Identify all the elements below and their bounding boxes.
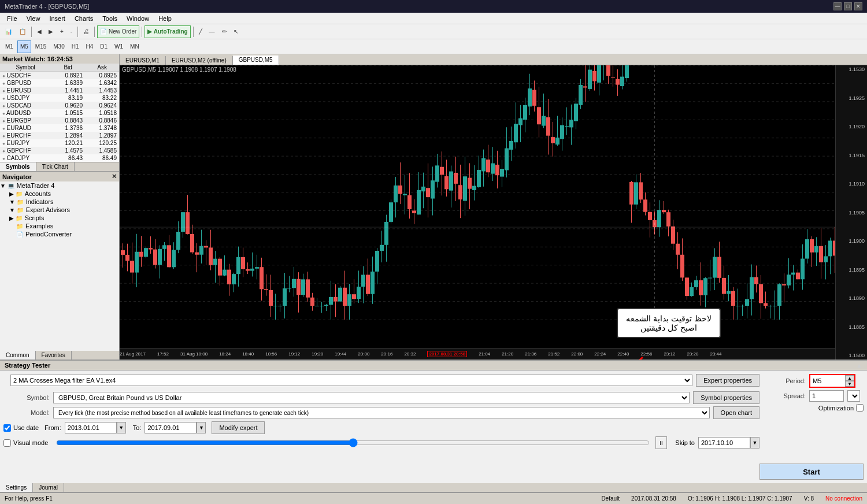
maximize-button[interactable]: □ [844, 2, 852, 10]
chart-tab-gbpusd-m5[interactable]: GBPUSD,M5 [233, 55, 279, 65]
nav-item-examples[interactable]: 📁Examples [0, 222, 119, 230]
nav-item-indicators[interactable]: ▼ 📁Indicators [0, 198, 119, 206]
tf-m30[interactable]: M30 [50, 40, 67, 53]
tab-favorites[interactable]: Favorites [36, 351, 72, 360]
skip-to-picker-button[interactable]: ▼ [750, 437, 759, 449]
nav-item-scripts[interactable]: ▶ 📁Scripts [0, 214, 119, 222]
period-spin-up[interactable]: ▲ [845, 375, 854, 381]
back-button[interactable]: ◀ [34, 25, 45, 38]
visual-mode-slider[interactable] [56, 438, 650, 447]
symbol-select[interactable]: GBPUSD, Great Britain Pound vs US Dollar [53, 392, 690, 403]
zoom-out-button[interactable]: - [68, 25, 75, 38]
optimization-checkbox[interactable] [856, 404, 864, 412]
modify-expert-button[interactable]: Modify expert [212, 421, 265, 434]
tf-w1[interactable]: W1 [112, 40, 126, 53]
forward-button[interactable]: ▶ [46, 25, 56, 38]
print-button[interactable]: 🖨 [80, 25, 92, 38]
navigator-header: Navigator ✕ [0, 172, 119, 181]
to-date-picker-button[interactable]: ▼ [197, 422, 206, 433]
menu-help[interactable]: Help [154, 13, 176, 24]
market-watch-header: Market Watch: 16:24:53 [0, 54, 119, 64]
visual-mode-label: Visual mode [3, 439, 48, 447]
menu-insert[interactable]: Insert [45, 13, 70, 24]
pause-button[interactable]: ⏸ [655, 436, 667, 449]
mw-bid: 1.0515 [51, 109, 85, 117]
expert-properties-button[interactable]: Expert properties [696, 374, 759, 387]
chart-tab-eurusd-m2[interactable]: EURUSD,M2 (offline) [166, 56, 233, 65]
menu-file[interactable]: File [2, 13, 22, 24]
symbol-row: Symbol: GBPUSD, Great Britain Pound vs U… [3, 391, 759, 404]
new-order-button[interactable]: 📄 New Order [97, 25, 139, 38]
skip-to-input[interactable] [698, 437, 750, 449]
navigator-title: Navigator [2, 173, 32, 180]
spread-select[interactable] [847, 390, 860, 402]
from-date-input[interactable] [65, 422, 117, 433]
market-watch-row[interactable]: ● EURCHF 1.2894 1.2897 [0, 132, 119, 139]
tf-m15[interactable]: M15 [32, 40, 49, 53]
market-watch-row[interactable]: ● EURAUD 1.3736 1.3748 [0, 124, 119, 132]
zoom-in-button[interactable]: + [57, 25, 66, 38]
tf-m1[interactable]: M1 [2, 40, 16, 53]
close-button[interactable]: ✕ [854, 2, 862, 10]
tf-m5[interactable]: M5 [17, 40, 31, 53]
tab-symbols[interactable]: Symbols [0, 162, 36, 171]
market-watch-row[interactable]: ● AUDUSD 1.0515 1.0518 [0, 109, 119, 117]
optimization-row: Optimization [759, 404, 864, 412]
menu-bar: File View Insert Charts Tools Window Hel… [0, 13, 867, 24]
market-watch-row[interactable]: ● EURJPY 120.21 120.25 [0, 139, 119, 147]
nav-item-expert-advisors[interactable]: ▼ 📁Expert Advisors [0, 206, 119, 214]
to-date-input[interactable] [144, 422, 197, 433]
menu-window[interactable]: Window [122, 13, 154, 24]
open-chart-button[interactable]: Open chart [713, 406, 759, 419]
cursor-button[interactable]: ↖ [231, 25, 241, 38]
period-input[interactable] [810, 375, 845, 387]
nav-item-accounts[interactable]: ▶ 📁Accounts [0, 190, 119, 198]
start-button[interactable]: Start [759, 464, 864, 480]
use-date-checkbox[interactable] [3, 424, 11, 432]
symbol-properties-button[interactable]: Symbol properties [693, 391, 759, 404]
new-chart-button[interactable]: 📊 [2, 25, 15, 38]
menu-tools[interactable]: Tools [98, 13, 122, 24]
tab-journal[interactable]: Journal [33, 483, 64, 492]
model-select[interactable]: Every tick (the most precise method base… [53, 407, 710, 418]
tf-mn[interactable]: MN [127, 40, 142, 53]
chart-tab-eurusd-m1[interactable]: EURUSD,M1 [120, 56, 166, 65]
visual-mode-checkbox[interactable] [3, 439, 11, 447]
spread-input[interactable] [809, 390, 844, 402]
navigator-close-button[interactable]: ✕ [112, 173, 117, 180]
expert-advisor-select[interactable]: 2 MA Crosses Mega filter EA V1.ex4 [10, 375, 692, 386]
nav-item-periodconverter[interactable]: 📄PeriodConverter [0, 230, 119, 238]
tab-tick-chart[interactable]: Tick Chart [36, 162, 75, 171]
market-watch-row[interactable]: ● USDJPY 83.19 83.22 [0, 94, 119, 102]
market-watch-row[interactable]: ● EURGBP 0.8843 0.8846 [0, 117, 119, 124]
lines-button[interactable]: ╱ [196, 25, 205, 38]
tab-settings[interactable]: Settings [0, 483, 33, 492]
templates-button[interactable]: 📋 [16, 25, 29, 38]
tf-d1[interactable]: D1 [97, 40, 110, 53]
market-watch-row[interactable]: ● GBPCHF 1.4575 1.4585 [0, 147, 119, 154]
market-watch-row[interactable]: ● USDCAD 0.9620 0.9624 [0, 102, 119, 109]
market-watch-row[interactable]: ● EURUSD 1.4451 1.4453 [0, 87, 119, 94]
hrz-line-button[interactable]: — [206, 25, 218, 38]
from-date-picker-button[interactable]: ▼ [117, 422, 126, 433]
period-spin-down[interactable]: ▼ [845, 381, 854, 387]
strategy-tester-resize[interactable]: ▲ [856, 362, 862, 369]
menu-charts[interactable]: Charts [70, 13, 98, 24]
pen-button[interactable]: ✏ [219, 25, 229, 38]
minimize-button[interactable]: — [833, 2, 842, 10]
price-5: 1.1910 [836, 181, 867, 187]
nav-item-metatrader-4[interactable]: ▼ 💻MetaTrader 4 [0, 181, 119, 190]
candles-container [120, 65, 836, 320]
menu-view[interactable]: View [22, 13, 45, 24]
nav-icon: ▶ 📁 [9, 191, 23, 197]
mw-ask: 1.0518 [85, 109, 119, 117]
market-watch-row[interactable]: ● CADJPY 86.43 86.49 [0, 154, 119, 162]
market-watch-row[interactable]: ● GBPUSD 1.6339 1.6342 [0, 79, 119, 87]
window-controls[interactable]: — □ ✕ [833, 2, 862, 10]
market-watch-row[interactable]: ● USDCHF 0.8921 0.8925 [0, 72, 119, 80]
tf-h4[interactable]: H4 [83, 40, 97, 53]
autotrading-button[interactable]: ▶ AutoTrading [144, 25, 190, 38]
tab-common[interactable]: Common [0, 351, 36, 360]
nav-icon: 📁 [16, 223, 23, 229]
tf-h1[interactable]: H1 [69, 40, 82, 53]
